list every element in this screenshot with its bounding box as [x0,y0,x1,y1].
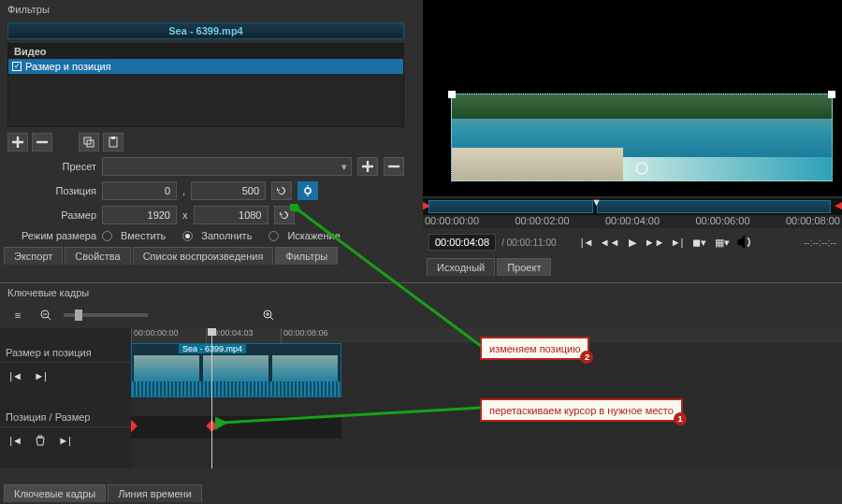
volume-button[interactable] [736,234,753,251]
preview-time-ruler: 00:00:00:00 00:00:02:00 00:00:04:00 00:0… [423,215,842,228]
annotation-text: изменяем позицию [489,343,580,354]
zoom-in-button[interactable] [258,306,279,324]
mode-fit-label: Вместить [121,230,166,241]
kf-prev-button[interactable]: |◄ [6,367,26,385]
svg-rect-8 [43,314,47,315]
size-w-input[interactable] [102,206,177,224]
clip-thumb [203,355,269,383]
paste-filter-button[interactable] [103,133,123,151]
tab-export[interactable]: Экспорт [4,247,63,265]
playhead-marker-icon[interactable]: ▼ [591,196,602,208]
preset-remove-button[interactable] [384,157,404,176]
frame-handle-tr[interactable] [828,91,835,98]
mode-fill-label: Заполнить [201,230,252,241]
annotation-badge: 1 [674,412,687,425]
keyframes-panel: Ключевые кадры ≡ Размер и позиция |◄ ►| … [0,282,842,468]
preview-scrub-track[interactable]: ▶ ▼ ◀ [423,198,842,215]
mode-fill-radio[interactable] [182,231,193,241]
skip-end-button[interactable]: ►| [669,234,686,251]
filter-toolbar [7,133,404,151]
transform-frame[interactable] [451,94,833,181]
keyframes-toolbar: ≡ [0,302,842,328]
panel-title: Фильтры [0,0,412,19]
lower-left-tabs: Экспорт Свойства Список воспроизведения … [0,247,412,265]
clip-thumb [134,355,199,383]
annotation-change-position: изменяем позицию 2 [480,337,589,360]
size-h-input[interactable] [194,206,269,224]
tab-project[interactable]: Проект [497,258,551,276]
position-label: Позиция [7,185,96,196]
filter-item-size-position[interactable]: ✓ Размер и позиция [8,59,403,74]
remove-filter-button[interactable] [32,133,52,151]
keyframe-property-lane[interactable] [131,416,341,439]
mode-distort-label: Искажение [287,230,340,241]
zoom-slider[interactable] [64,313,148,317]
preset-combo[interactable]: ▾ [102,157,352,176]
kf-delete-button[interactable] [30,431,51,450]
position-reset-button[interactable] [271,181,292,200]
ruler-tick: 00:00:08:00 [786,215,840,228]
video-clip-block[interactable]: Sea - 6399.mp4 [131,343,341,397]
zoom-menu-button[interactable]: ◼▾ [691,234,708,251]
filters-panel: Фильтры Sea - 6399.mp4 Видео ✓ Размер и … [0,0,412,265]
position-keyframe-button[interactable] [298,181,318,200]
svg-line-9 [48,317,51,320]
mode-distort-radio[interactable] [269,231,279,241]
menu-icon[interactable]: ≡ [7,306,28,324]
track-header-position-size[interactable]: Позиция / Размер [0,408,131,427]
timeline-playhead[interactable] [211,328,212,468]
fast-forward-button[interactable]: ►► [646,234,663,251]
ruler-tick: 00:00:00:00 [425,215,479,228]
grid-menu-button[interactable]: ▦▾ [714,234,731,251]
filter-group-header: Видео [8,44,403,59]
kf-next-button-2[interactable]: ►| [54,431,75,450]
out-marker-icon[interactable]: ◀ [835,199,842,211]
annotation-drag-cursor: перетаскиваем курсор в нужное место 1 [480,398,683,422]
position-y-input[interactable] [191,181,266,200]
filter-item-label: Размер и позиция [25,61,111,72]
track-header-size-position[interactable]: Размер и позиция [0,343,131,363]
ruler-tick: 00:00:04:00 [605,215,660,228]
rewind-button[interactable]: ◄◄ [602,234,618,251]
annotation-text: перетаскиваем курсор в нужное место [489,405,674,416]
applied-filters-list: Видео ✓ Размер и позиция [7,43,404,127]
size-reset-button[interactable] [274,206,295,224]
kf-next-button[interactable]: ►| [30,367,51,385]
beach-region [452,148,623,180]
add-filter-button[interactable] [7,133,28,151]
selected-clip-bar[interactable]: Sea - 6399.mp4 [7,22,404,39]
center-handle-icon[interactable] [635,162,648,175]
tab-properties[interactable]: Свойства [65,247,130,265]
keyframes-track-headers: Размер и позиция |◄ ►| Позиция / Размер … [0,328,131,468]
svg-point-6 [305,188,311,194]
sea-region [623,157,832,180]
kf-prev-button-2[interactable]: |◄ [6,431,26,450]
size-label: Размер [7,209,96,221]
kf-ruler-tick: 00:00:00:00 [131,328,206,343]
slider-knob[interactable] [75,310,82,321]
skip-start-button[interactable]: |◄ [579,234,596,251]
mode-fit-radio[interactable] [102,231,112,241]
tab-filters[interactable]: Фильтры [275,247,338,265]
keyframes-title: Ключевые кадры [0,282,842,302]
play-button[interactable]: ▶ [624,234,641,251]
current-timecode[interactable]: 00:00:04:08 [428,234,496,251]
remaining-timecode: --:--:--:-- [804,238,836,248]
svg-line-13 [270,317,273,320]
preset-add-button[interactable] [357,157,378,176]
audio-waveform [132,382,341,396]
wh-separator: x [182,209,188,221]
video-viewport[interactable] [423,0,842,196]
position-x-input[interactable] [102,181,177,200]
tab-source[interactable]: Исходный [427,258,495,276]
filter-properties: Пресет ▾ Позиция , Размер x Режим размер… [7,157,404,241]
ruler-tick: 00:00:06:00 [695,215,749,228]
xy-separator: , [182,185,185,196]
tab-timeline[interactable]: Линия времени [108,484,202,502]
frame-handle-tl[interactable] [448,91,456,98]
tab-playlist[interactable]: Список воспроизведения [133,247,274,265]
zoom-out-button[interactable] [36,306,56,324]
clip-thumb [272,355,338,383]
copy-filter-button[interactable] [79,133,99,151]
tab-keyframes[interactable]: Ключевые кадры [4,484,106,502]
